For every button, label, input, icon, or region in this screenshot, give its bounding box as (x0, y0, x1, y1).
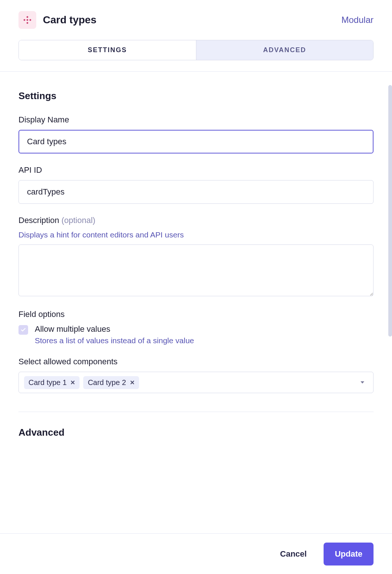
settings-heading: Settings (18, 90, 374, 102)
chevron-down-icon[interactable] (361, 381, 364, 384)
chip-remove-icon[interactable]: ✕ (130, 379, 135, 386)
display-name-label: Display Name (18, 115, 374, 125)
footer: Cancel Update (0, 533, 392, 574)
tabs: SETTINGS ADVANCED (18, 40, 374, 60)
chip-label: Card type 1 (28, 378, 67, 387)
header: Card types Modular (18, 11, 374, 29)
api-id-input[interactable] (18, 180, 374, 204)
description-label: Description (optional) (18, 216, 374, 225)
allow-multiple-desc: Stores a list of values instead of a sin… (35, 336, 194, 345)
description-input[interactable] (18, 244, 374, 296)
allow-multiple-checkbox[interactable] (18, 325, 28, 335)
svg-rect-2 (23, 19, 26, 21)
svg-rect-4 (26, 19, 28, 21)
chip-card-type-2: Card type 2 ✕ (83, 376, 139, 389)
chip-remove-icon[interactable]: ✕ (70, 379, 75, 386)
advanced-heading: Advanced (18, 427, 374, 438)
svg-rect-3 (29, 19, 31, 21)
description-hint: Displays a hint for content editors and … (18, 230, 374, 239)
field-type-label: Modular (341, 15, 374, 25)
field-options-label: Field options (18, 310, 374, 319)
modular-field-icon (18, 11, 36, 29)
page-title: Card types (43, 14, 97, 26)
description-label-text: Description (18, 216, 59, 225)
content-area: Settings Display Name API ID Description… (0, 72, 392, 520)
chip-card-type-1: Card type 1 ✕ (24, 376, 80, 389)
cancel-button[interactable]: Cancel (273, 545, 313, 563)
tab-settings[interactable]: SETTINGS (19, 40, 196, 60)
api-id-label: API ID (18, 165, 374, 175)
tab-advanced[interactable]: ADVANCED (196, 40, 374, 60)
svg-rect-0 (26, 16, 28, 18)
svg-rect-1 (26, 22, 28, 24)
update-button[interactable]: Update (324, 543, 374, 565)
display-name-input[interactable] (18, 130, 374, 153)
allow-multiple-label: Allow multiple values (35, 324, 194, 334)
allowed-components-label: Select allowed components (18, 357, 374, 367)
section-divider (18, 412, 374, 412)
scrollbar[interactable] (388, 85, 392, 337)
description-optional: (optional) (61, 216, 95, 225)
allowed-components-select[interactable]: Card type 1 ✕ Card type 2 ✕ (18, 372, 374, 393)
chip-label: Card type 2 (88, 378, 126, 387)
